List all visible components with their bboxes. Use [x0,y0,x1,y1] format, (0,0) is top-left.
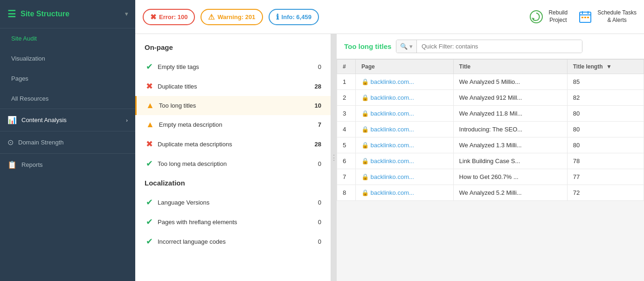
sidebar-item-site-audit[interactable]: Site Audit [0,28,135,48]
cell-num: 4 [337,122,356,137]
schedule-label: Schedule Tasks& Alerts [597,9,637,24]
cell-length: 78 [567,153,644,169]
sidebar-item-pages[interactable]: Pages [0,69,135,89]
top-bar: ✖ Error: 100 ⚠ Warning: 201 ℹ Info: 6,45… [135,0,644,34]
audit-label-language-versions: Language Versions [158,199,305,206]
warning-badge[interactable]: ⚠ Warning: 201 [201,9,263,25]
error-badge[interactable]: ✖ Error: 100 [143,9,195,25]
col-header-page[interactable]: Page [356,60,454,74]
audit-item-duplicate-titles[interactable]: ✖ Duplicate titles 28 [135,76,331,96]
audit-item-too-long-titles[interactable]: ▲ Too long titles 10 [135,96,331,115]
cell-title: We Analyzed 1.3 Milli... [453,137,567,153]
audit-label-empty-meta: Empty meta description [159,121,305,128]
cell-length: 77 [567,169,644,185]
schedule-icon [577,8,594,25]
domain-strength-icon: ⊙ [7,138,14,147]
ok-icon-4: ✔ [146,217,153,227]
panel-drag-handle[interactable] [331,34,337,281]
info-icon: ℹ [276,13,279,21]
results-table: # Page Title Title length ▼ 1 🔒 backlink… [337,59,644,201]
cell-page[interactable]: 🔒 backlinko.com... [356,137,454,153]
sidebar-section-content-analysis[interactable]: 📊 Content Analysis › [0,109,135,131]
cell-length: 72 [567,185,644,201]
cell-page[interactable]: 🔒 backlinko.com... [356,74,454,90]
cell-title: How to Get 260.7% ... [453,169,567,185]
audit-item-language-versions[interactable]: ✔ Language Versions 0 [135,192,331,212]
svg-point-0 [530,11,542,23]
cell-num: 1 [337,74,356,90]
audit-count-lang-codes: 0 [310,238,321,245]
warn-icon-2: ▲ [146,120,154,130]
sidebar-label-site-audit: Site Audit [11,35,37,42]
logo-text: Site Structure [21,10,69,18]
sidebar-section-domain-strength[interactable]: ⊙ Domain Strength [0,131,135,153]
sidebar-label-all-resources: All Resources [11,95,48,102]
err-icon: ✖ [146,81,153,91]
center-panel: On-page ✔ Empty title tags 0 ✖ Duplicate… [135,34,331,281]
cell-page[interactable]: 🔒 backlinko.com... [356,90,454,106]
content-analysis-icon: 📊 [7,116,17,124]
audit-label-lang-codes: Incorrect language codes [158,238,305,245]
cell-page[interactable]: 🔒 backlinko.com... [356,169,454,185]
audit-count-hreflang: 0 [310,219,321,226]
table-row: 7 🔒 backlinko.com... How to Get 260.7% .… [337,169,644,185]
cell-title: We Analyzed 5.2 Milli... [453,185,567,201]
quick-filter-input[interactable] [417,40,582,53]
ok-icon-5: ✔ [146,236,153,247]
reports-icon: 📋 [7,160,17,169]
error-icon: ✖ [150,13,156,21]
col-header-title[interactable]: Title [453,60,567,74]
cell-length: 85 [567,74,644,90]
cell-length: 82 [567,90,644,106]
cell-page[interactable]: 🔒 backlinko.com... [356,122,454,137]
schedule-tasks-button[interactable]: Schedule Tasks& Alerts [577,8,637,25]
table-row: 3 🔒 backlinko.com... We Analyzed 11.8 Mi… [337,106,644,122]
svg-rect-6 [582,17,583,18]
audit-item-hreflang[interactable]: ✔ Pages with hreflang elements 0 [135,212,331,232]
ok-icon-3: ✔ [146,197,153,207]
audit-item-lang-codes[interactable]: ✔ Incorrect language codes 0 [135,232,331,251]
sidebar-label-visualization: Visualization [11,55,45,62]
svg-rect-8 [587,17,589,18]
quick-filter-box: 🔍 ▾ [396,40,582,53]
cell-num: 7 [337,169,356,185]
sidebar-label-content-analysis: Content Analysis [21,117,67,123]
error-label: Error: 100 [159,14,187,21]
audit-count-language-versions: 0 [310,199,321,206]
cell-length: 80 [567,122,644,137]
sidebar-item-all-resources[interactable]: All Resources [0,89,135,109]
sidebar-item-visualization[interactable]: Visualization [0,48,135,69]
rebuild-label: RebuildProject [548,9,568,24]
col-header-num[interactable]: # [337,60,356,74]
rebuild-project-button[interactable]: RebuildProject [528,8,568,25]
cell-page[interactable]: 🔒 backlinko.com... [356,185,454,201]
sidebar-section-reports[interactable]: 📋 Reports [0,153,135,176]
cell-title: We Analyzed 5 Millio... [453,74,567,90]
table-row: 5 🔒 backlinko.com... We Analyzed 1.3 Mil… [337,137,644,153]
audit-count-duplicate-meta: 28 [310,141,321,148]
cell-page[interactable]: 🔒 backlinko.com... [356,106,454,122]
ok-icon: ✔ [146,62,153,72]
info-badge[interactable]: ℹ Info: 6,459 [269,9,319,25]
col-header-title-length[interactable]: Title length ▼ [567,60,644,74]
cell-length: 80 [567,106,644,122]
cell-page[interactable]: 🔒 backlinko.com... [356,153,454,169]
cell-num: 5 [337,137,356,153]
cell-num: 6 [337,153,356,169]
audit-item-empty-title[interactable]: ✔ Empty title tags 0 [135,57,331,76]
audit-item-duplicate-meta[interactable]: ✖ Duplicate meta descriptions 28 [135,134,331,154]
content-analysis-chevron-icon: › [126,117,128,123]
sidebar-logo[interactable]: ☰ Site Structure ▾ [0,0,135,28]
rebuild-icon [528,8,545,25]
svg-rect-7 [584,17,586,18]
onpage-section-title: On-page [135,43,331,57]
table-row: 6 🔒 backlinko.com... Link Building Case … [337,153,644,169]
audit-item-too-long-meta[interactable]: ✔ Too long meta description 0 [135,154,331,173]
audit-count-too-long-titles: 10 [310,102,321,109]
warn-icon: ▲ [146,101,154,110]
audit-item-empty-meta[interactable]: ▲ Empty meta description 7 [135,115,331,134]
sidebar: ☰ Site Structure ▾ Site Audit Visualizat… [0,0,135,281]
right-panel: Too long titles 🔍 ▾ # Page Title [337,34,644,281]
filter-search-icon[interactable]: 🔍 ▾ [396,40,417,53]
logo-icon: ☰ [7,8,16,20]
